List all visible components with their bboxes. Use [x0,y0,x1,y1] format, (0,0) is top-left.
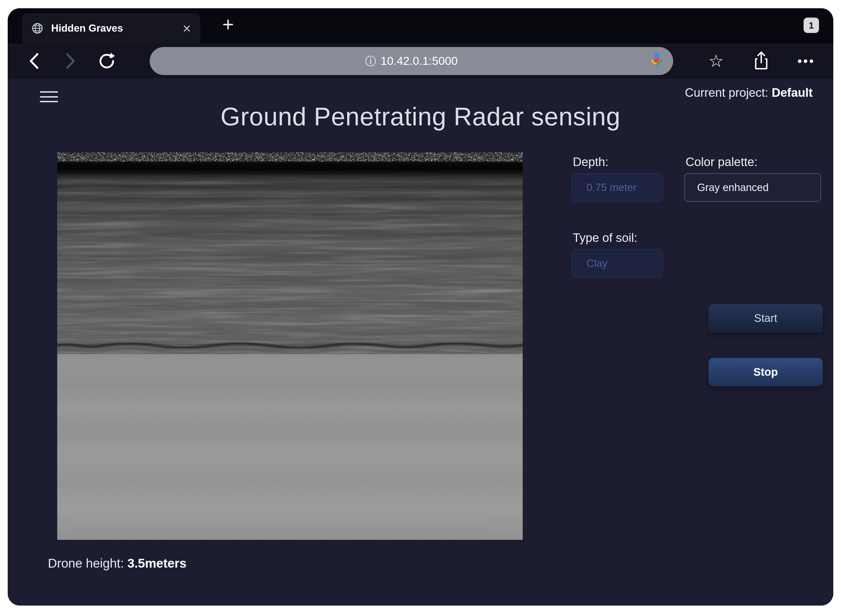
url-text: 10.42.0.1:5000 [381,54,457,67]
overflow-menu-button[interactable]: ••• [796,50,817,72]
soil-type-label: Type of soil: [573,231,637,245]
current-project: Current project: Default [685,86,813,100]
depth-input[interactable]: 0.75 meter [572,173,663,202]
chevron-left-icon [28,52,41,70]
radargram-graphic [57,152,523,540]
current-project-value: Default [772,86,813,99]
drone-height-status: Drone height: 3.5meters [48,556,187,571]
address-bar[interactable]: ⓘ 10.42.0.1:5000 [150,47,673,75]
stop-button[interactable]: Stop [709,358,823,386]
bookmark-button[interactable]: ☆ [706,50,726,72]
globe-icon [31,22,43,34]
three-dots-icon: ••• [798,54,815,68]
page-title: Ground Penetrating Radar sensing [8,102,833,131]
star-outline-icon: ☆ [709,53,724,70]
tab-hidden-graves[interactable]: Hidden Graves × [22,13,200,43]
browser-window: Hidden Graves × + 1 [8,8,833,606]
drone-height-label: Drone height: [48,556,124,571]
forward-button[interactable] [60,50,80,72]
color-palette-label: Color palette: [685,155,758,169]
page-content: Current project: Default Ground Penetrat… [8,79,833,606]
color-palette-select[interactable]: Gray enhanced [684,173,821,202]
depth-label: Depth: [573,155,609,169]
hamburger-menu-icon[interactable] [40,89,58,104]
refresh-icon [98,52,116,70]
chevron-right-icon [64,52,77,70]
reload-button[interactable] [97,50,117,72]
tab-strip: Hidden Graves × + 1 [8,8,833,43]
close-tab-icon[interactable]: × [183,21,191,35]
navigation-bar: ⓘ 10.42.0.1:5000 ☆ [8,43,833,79]
voice-search-mic-icon[interactable] [650,52,664,70]
tab-title: Hidden Graves [51,22,175,34]
new-tab-icon[interactable]: + [222,14,234,34]
share-up-arrow-icon [754,51,769,71]
tab-count-badge[interactable]: 1 [804,18,819,33]
current-project-label: Current project: [685,86,768,99]
screenshot-root: Hidden Graves × + 1 [0,0,841,616]
start-button[interactable]: Start [709,304,823,332]
back-button[interactable] [24,50,44,72]
soil-type-input[interactable]: Clay [572,249,663,278]
share-button[interactable] [751,50,772,72]
gpr-radargram-image [57,152,523,540]
info-circle-icon: ⓘ [365,54,376,69]
drone-height-value: 3.5meters [127,556,187,571]
